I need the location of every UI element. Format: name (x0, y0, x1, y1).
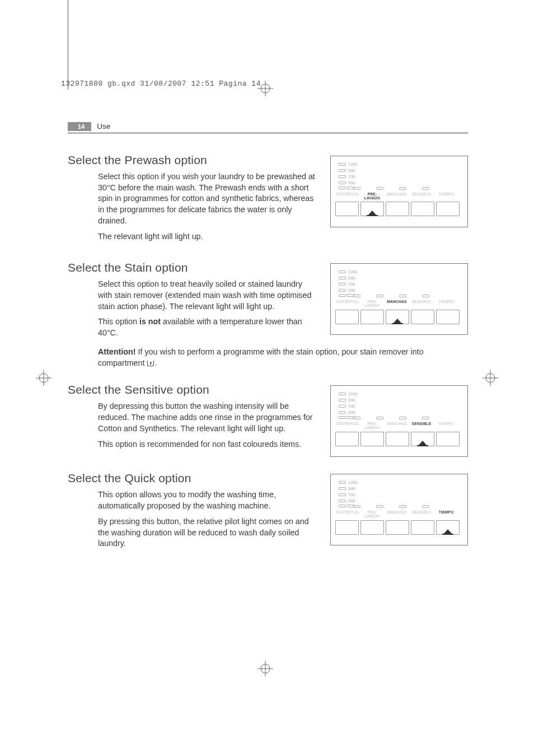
compartment-icon (147, 361, 154, 366)
panel-button-centrifug (335, 520, 359, 535)
section-heading: Select the Stain option (68, 261, 318, 274)
body-text: This option is recommended for non fast … (98, 439, 318, 450)
print-file-header: 132971880 gb.qxd 31/08/2007 12:51 Pagina… (61, 80, 261, 88)
panel-button-prelavado (360, 202, 384, 216)
section-heading: Select the Prewash option (68, 153, 318, 167)
registration-mark-icon (36, 370, 51, 386)
body-text: This option is not available with a temp… (98, 316, 318, 338)
panel-button-tiempo (436, 310, 460, 324)
control-panel-diagram: 1200900700500 CENTRIFUG.PRE-LAVADOMANCHA… (330, 156, 468, 227)
body-text: Attention! If you wish to perform a prog… (98, 347, 468, 368)
registration-mark-icon (483, 370, 498, 386)
control-panel-diagram: 1200900700500 CENTRIFUG.PRE-LAVADOMANCHA… (330, 474, 468, 545)
panel-button-prelavado (360, 432, 384, 446)
section-heading: Select the Sensitive option (68, 383, 318, 396)
control-panel-diagram: 1200900700500 CENTRIFUG.PRE-LAVADOMANCHA… (330, 263, 468, 335)
body-text: By pressing this button, the relative pi… (98, 516, 318, 549)
panel-button-sensible (411, 310, 434, 324)
page-number: 14 (68, 122, 91, 131)
panel-button-sensible (411, 432, 434, 446)
panel-button-sensible (411, 202, 434, 216)
body-text: Select this option to treat heavily soil… (98, 279, 318, 312)
body-text: This option allows you to modify the was… (98, 489, 318, 511)
control-panel-diagram: 1200900700500 CENTRIFUG.PRE-LAVADOMANCHA… (330, 385, 468, 457)
body-text: The relevant light will light up. (98, 231, 318, 242)
body-text: By depressing this button the washing in… (98, 401, 318, 434)
panel-button-tiempo (436, 202, 460, 216)
running-head: 14 Use (68, 122, 468, 133)
panel-button-centrifug (335, 202, 359, 216)
panel-button-centrifug (335, 310, 359, 324)
panel-button-prelavado (360, 520, 384, 535)
panel-button-manchas (386, 520, 409, 535)
panel-button-manchas (386, 432, 409, 446)
registration-mark-icon (257, 661, 273, 676)
panel-button-tiempo (436, 520, 460, 535)
panel-button-prelavado (360, 310, 384, 324)
section-heading: Select the Quick option (68, 472, 318, 485)
panel-button-tiempo (436, 432, 460, 446)
body-text: Select this option if you wish your laun… (98, 171, 318, 227)
panel-button-centrifug (335, 432, 359, 446)
panel-button-sensible (411, 520, 434, 535)
section-label: Use (97, 122, 110, 130)
panel-button-manchas (386, 310, 409, 324)
registration-mark-icon (257, 81, 273, 96)
panel-button-manchas (386, 202, 409, 216)
